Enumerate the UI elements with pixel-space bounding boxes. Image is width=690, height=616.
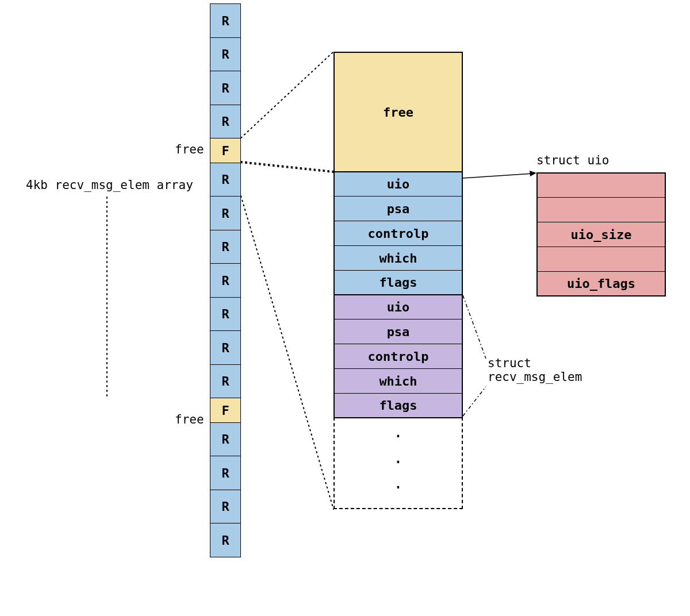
- svg-line-1: [241, 161, 334, 171]
- svg-line-0: [241, 52, 334, 138]
- svg-line-2: [241, 163, 334, 172]
- svg-line-5: [463, 174, 532, 178]
- svg-marker-6: [530, 171, 536, 176]
- svg-line-3: [241, 196, 334, 509]
- svg-line-7: [463, 295, 486, 359]
- connector-lines: [0, 0, 690, 616]
- svg-line-8: [463, 387, 486, 416]
